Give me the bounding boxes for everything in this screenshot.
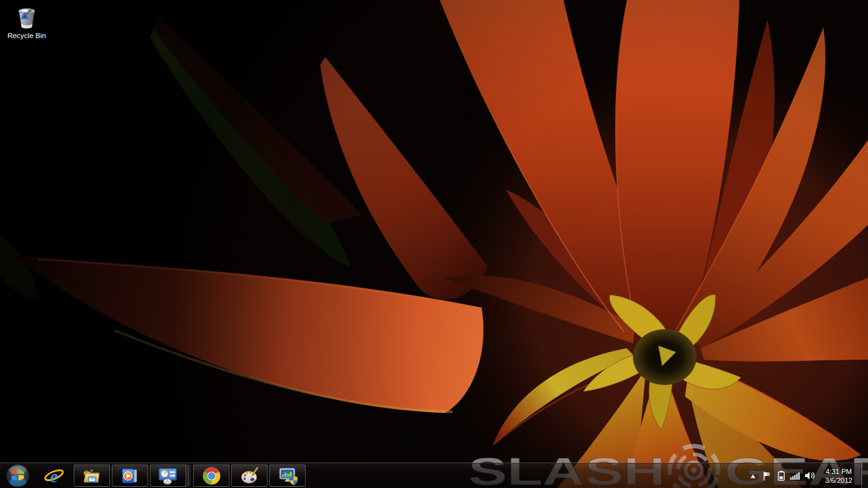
show-hidden-icons-button[interactable] xyxy=(746,463,760,488)
recycle-bin-label: Recycle Bin xyxy=(8,32,46,40)
folder-icon xyxy=(82,466,101,485)
taskbar-item-control-panel[interactable] xyxy=(150,464,186,487)
ie-icon: e xyxy=(43,466,65,486)
recycle-bin-icon xyxy=(12,3,41,31)
battery-icon[interactable] xyxy=(774,463,788,488)
start-button[interactable] xyxy=(0,463,36,488)
desktop: SLASH GEAR xyxy=(0,0,868,488)
taskbar-item-windows-explorer[interactable] xyxy=(74,464,110,487)
taskbar-item-internet-explorer[interactable]: e xyxy=(36,463,72,488)
clock-date: 3/6/2012 xyxy=(819,476,858,485)
wireless-signal-icon[interactable] xyxy=(788,463,803,488)
system-tray: 4:31 PM 3/6/2012 xyxy=(746,463,868,488)
show-desktop-button[interactable] xyxy=(860,463,868,488)
clock-time: 4:31 PM xyxy=(819,467,858,476)
monitor-shield-icon xyxy=(278,466,298,485)
taskbar-item-windows-media-player[interactable] xyxy=(112,464,148,487)
chevron-up-triangle-icon xyxy=(749,473,757,479)
taskbar-item-google-chrome[interactable] xyxy=(193,464,229,487)
volume-icon[interactable] xyxy=(803,463,817,488)
vignette xyxy=(0,0,868,488)
action-center-flag-icon[interactable] xyxy=(760,463,774,488)
taskbar: e xyxy=(0,463,868,488)
media-player-icon xyxy=(120,466,139,485)
desktop-icon-recycle-bin[interactable]: Recycle Bin xyxy=(2,3,51,40)
wallpaper-bromeliad-flower: SLASH GEAR xyxy=(0,0,868,488)
paint-icon xyxy=(240,466,259,485)
taskbar-clock[interactable]: 4:31 PM 3/6/2012 xyxy=(817,467,860,485)
svg-text:e: e xyxy=(50,466,58,485)
chrome-icon xyxy=(202,466,221,485)
windows-start-orb-icon xyxy=(4,463,31,488)
taskbar-item-system-utility[interactable] xyxy=(269,464,306,487)
control-panel-icon xyxy=(158,466,178,485)
taskbar-item-paint[interactable] xyxy=(231,464,268,487)
